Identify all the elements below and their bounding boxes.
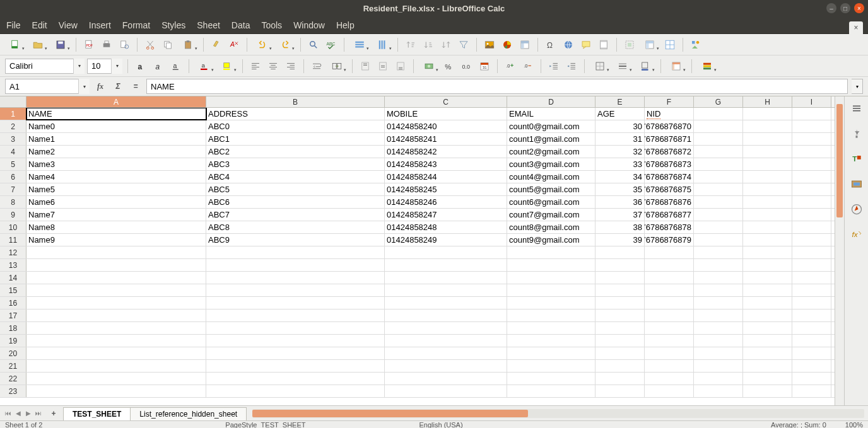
cell[interactable]: [26, 322, 206, 334]
cell[interactable]: [743, 246, 792, 258]
formula-input[interactable]: [146, 79, 848, 94]
cell[interactable]: [743, 335, 792, 347]
cell[interactable]: [792, 335, 831, 347]
cell[interactable]: Name1: [26, 133, 206, 145]
cell[interactable]: [595, 385, 645, 397]
paste-button[interactable]: ▾: [178, 37, 198, 52]
cell[interactable]: [743, 373, 792, 385]
cell[interactable]: [645, 373, 694, 385]
cell[interactable]: [694, 171, 743, 183]
cell[interactable]: [206, 347, 385, 359]
select-all-corner[interactable]: [0, 96, 26, 107]
cell[interactable]: [743, 221, 792, 233]
name-box-dropdown[interactable]: ▾: [78, 79, 90, 94]
cell[interactable]: [385, 373, 507, 385]
show-draw-functions-button[interactable]: [688, 37, 703, 52]
cell[interactable]: [645, 385, 694, 397]
menu-format[interactable]: Format: [122, 20, 150, 30]
cell[interactable]: [694, 209, 743, 221]
cell[interactable]: [694, 120, 743, 132]
cell[interactable]: [694, 297, 743, 309]
close-button[interactable]: ×: [854, 3, 864, 13]
cell[interactable]: [26, 360, 206, 372]
cell[interactable]: [645, 347, 694, 359]
spreadsheet-grid[interactable]: A B C D E F G H I 1NAMEADDRESSMOBILEEMAI…: [0, 96, 844, 405]
sheet-tab-active[interactable]: TEST_SHEET: [63, 407, 131, 420]
cell[interactable]: 86876786876875: [645, 183, 694, 195]
conditional-formatting-button[interactable]: ▾: [697, 59, 717, 74]
cell[interactable]: [595, 373, 645, 385]
sidebar-styles-icon[interactable]: T: [848, 151, 865, 167]
cell[interactable]: [743, 146, 792, 158]
cell[interactable]: [507, 309, 595, 321]
cell[interactable]: [385, 259, 507, 271]
cell[interactable]: [792, 158, 831, 170]
cell[interactable]: [792, 246, 831, 258]
cell[interactable]: [507, 297, 595, 309]
cell[interactable]: [507, 373, 595, 385]
cell[interactable]: Name9: [26, 234, 206, 246]
cell[interactable]: [385, 297, 507, 309]
row-header[interactable]: 18: [0, 322, 26, 334]
cell[interactable]: [694, 234, 743, 246]
menu-styles[interactable]: Styles: [161, 20, 185, 30]
cell[interactable]: [792, 171, 831, 183]
row-header[interactable]: 8: [0, 196, 26, 208]
cell[interactable]: [645, 284, 694, 296]
row-header[interactable]: 13: [0, 259, 26, 271]
cell[interactable]: [792, 309, 831, 321]
cell[interactable]: 86876786876873: [645, 158, 694, 170]
cell[interactable]: 35: [595, 183, 645, 195]
row-header[interactable]: 6: [0, 171, 26, 183]
row-operations-button[interactable]: ▾: [349, 37, 370, 52]
define-print-area-button[interactable]: [622, 37, 637, 52]
tab-next-button[interactable]: ▶: [24, 410, 33, 417]
cell[interactable]: [206, 360, 385, 372]
insert-chart-button[interactable]: [500, 37, 515, 52]
cell[interactable]: [385, 246, 507, 258]
cell[interactable]: [507, 360, 595, 372]
cell[interactable]: ABC4: [206, 171, 385, 183]
add-decimal-button[interactable]: .0+: [503, 59, 518, 74]
row-header[interactable]: 3: [0, 133, 26, 145]
cell[interactable]: 01424858243: [385, 158, 507, 170]
cell[interactable]: [26, 259, 206, 271]
font-size-dropdown[interactable]: ▾: [111, 59, 122, 74]
italic-button[interactable]: a: [151, 59, 166, 74]
row-header[interactable]: 22: [0, 373, 26, 385]
cell[interactable]: [507, 385, 595, 397]
copy-button[interactable]: [160, 37, 175, 52]
cell[interactable]: [792, 385, 831, 397]
cell[interactable]: [26, 297, 206, 309]
row-header[interactable]: 14: [0, 272, 26, 284]
cell[interactable]: ABC6: [206, 196, 385, 208]
cell[interactable]: [694, 158, 743, 170]
cell[interactable]: [694, 221, 743, 233]
column-header-e[interactable]: E: [595, 96, 645, 107]
cell[interactable]: 01424858240: [385, 120, 507, 132]
cell[interactable]: [792, 221, 831, 233]
wrap-text-button[interactable]: [309, 59, 324, 74]
column-header-g[interactable]: G: [694, 96, 743, 107]
cell[interactable]: count4@gmail.com: [507, 171, 595, 183]
cell[interactable]: Name7: [26, 209, 206, 221]
increase-indent-button[interactable]: [546, 59, 561, 74]
row-header[interactable]: 1: [0, 108, 26, 120]
cell[interactable]: 39: [595, 234, 645, 246]
cell[interactable]: [743, 284, 792, 296]
cell[interactable]: 33: [595, 158, 645, 170]
minimize-button[interactable]: –: [826, 3, 836, 13]
open-button[interactable]: ▾: [28, 37, 48, 52]
cell[interactable]: [595, 360, 645, 372]
row-header[interactable]: 5: [0, 158, 26, 170]
row-header[interactable]: 7: [0, 183, 26, 195]
print-preview-button[interactable]: [117, 37, 132, 52]
cell[interactable]: Name2: [26, 146, 206, 158]
column-operations-button[interactable]: ▾: [372, 37, 392, 52]
cell[interactable]: 86876786876872: [645, 146, 694, 158]
cell[interactable]: [595, 335, 645, 347]
cell[interactable]: [694, 272, 743, 284]
document-close-tab[interactable]: ×: [849, 21, 863, 34]
freeze-panes-button[interactable]: ▾: [640, 37, 660, 52]
cell[interactable]: ABC8: [206, 221, 385, 233]
